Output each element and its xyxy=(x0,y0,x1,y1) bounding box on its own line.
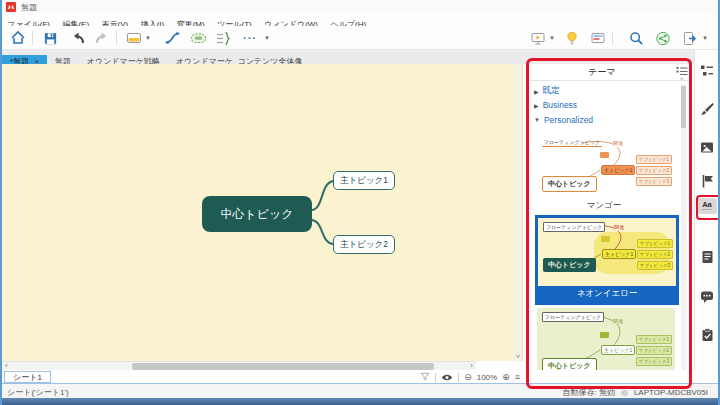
font-style-button[interactable]: Aa •••• xyxy=(697,198,717,214)
relationship-icon xyxy=(164,31,181,45)
share-icon xyxy=(655,31,671,46)
menu-bar: ファイル(F) 編集(E) 表示(V) 挿入(I) 変更(M) ツール(T) ウ… xyxy=(2,13,718,26)
summary-icon xyxy=(215,31,231,46)
flag-icon xyxy=(701,174,714,188)
focus-window-icon xyxy=(590,31,606,45)
mini-relation-label: 関連 xyxy=(614,224,624,230)
central-topic-node[interactable]: 中心トピック xyxy=(202,196,312,232)
mini-subtopic: サブトピック3 xyxy=(637,261,673,270)
toolbar-separator xyxy=(116,31,117,45)
sheet-bar: シート1 ⊖ 100% ⊕ ≡ xyxy=(2,370,718,384)
toolbar-separator xyxy=(32,31,33,45)
mindmap-canvas[interactable]: 中心トピック 主トピック1 主トピック2 ˅ xyxy=(2,64,523,361)
mini-main-topic: 主トピック1 xyxy=(602,249,636,259)
panel-scrollbar[interactable] xyxy=(681,84,686,376)
theme-panel-title: テーマ xyxy=(532,66,672,79)
panel-scroll-up-icon[interactable]: ˄ xyxy=(680,76,684,82)
search-button[interactable] xyxy=(626,28,646,48)
main-topic-2-node[interactable]: 主トピック2 xyxy=(333,235,395,254)
export-button[interactable] xyxy=(680,28,700,48)
home-button[interactable] xyxy=(8,28,28,48)
mini-tag-icon xyxy=(601,236,610,242)
eye-icon[interactable] xyxy=(441,373,453,382)
slideshow-button[interactable] xyxy=(528,28,548,48)
redo-icon xyxy=(94,31,110,45)
zoom-in-icon[interactable]: ⊕ xyxy=(502,370,510,384)
zoom-level[interactable]: 100% xyxy=(477,373,497,382)
panel-options-icon[interactable] xyxy=(676,66,688,76)
right-sidebar: Aa •••• xyxy=(694,50,718,398)
insert-image-button[interactable] xyxy=(698,138,716,156)
relationship-button[interactable] xyxy=(162,28,182,48)
section-label: 既定 xyxy=(543,85,560,97)
comment-button[interactable] xyxy=(698,288,716,306)
canvas-vertical-scrollbar[interactable]: ˅ xyxy=(514,64,522,361)
canvas-horizontal-scrollbar[interactable]: ‹ › xyxy=(2,361,476,370)
undo-button[interactable] xyxy=(68,28,88,48)
main-topic-1-node[interactable]: 主トピック1 xyxy=(333,171,395,190)
expand-arrow-icon: ▼ xyxy=(534,117,540,123)
summary-button[interactable] xyxy=(213,28,233,48)
redo-button[interactable] xyxy=(92,28,112,48)
window-title: 無題 xyxy=(21,2,37,13)
boundary-button[interactable] xyxy=(188,28,208,48)
autosave-status: 自動保存: 無効 xyxy=(562,387,614,398)
section-label: Personalized xyxy=(544,115,593,125)
application-window: 無題 ファイル(F) 編集(E) 表示(V) 挿入(I) 変更(M) ツール(T… xyxy=(0,0,720,405)
mini-subtopic: サブトピック1 xyxy=(637,239,673,248)
save-button[interactable] xyxy=(40,28,60,48)
idea-button[interactable] xyxy=(562,28,582,48)
format-painter-button[interactable] xyxy=(698,100,716,118)
theme-name-mango[interactable]: マンゴー xyxy=(529,200,679,212)
view-controls: ⊖ 100% ⊕ ≡ xyxy=(420,370,520,384)
task-button[interactable] xyxy=(698,326,716,344)
outline-structure-button[interactable] xyxy=(698,62,716,80)
scroll-left-icon[interactable]: ‹ xyxy=(5,361,8,370)
topic-style-button[interactable] xyxy=(124,28,144,48)
marker-flag-button[interactable] xyxy=(698,172,716,190)
undo-icon xyxy=(70,31,86,45)
chevron-down-icon: ▾ xyxy=(265,34,269,42)
note-icon xyxy=(701,250,714,264)
slideshow-dropdown[interactable]: ▾ xyxy=(547,28,557,48)
collapse-arrow-icon: ▶ xyxy=(534,88,539,95)
theme-card-mango[interactable]: フローティングトピック 関連 主トピック1 サブトピック1 サブトピック2 サブ… xyxy=(537,134,675,196)
toolbar-more-dropdown[interactable]: ▾ xyxy=(262,28,272,48)
scroll-right-icon[interactable]: › xyxy=(470,361,473,370)
notes-button[interactable] xyxy=(698,248,716,266)
outline-icon xyxy=(700,64,714,78)
theme-name-neon-yellow: ネオンイエロー xyxy=(538,286,676,302)
more-icon: ··· xyxy=(243,32,257,44)
mini-main-topic: 主トピック1 xyxy=(601,345,635,355)
clipboard-check-icon xyxy=(701,328,714,342)
app-logo-icon xyxy=(6,2,16,12)
filter-icon[interactable] xyxy=(420,372,430,382)
horizontal-scroll-thumb[interactable] xyxy=(132,363,434,370)
mini-subtopics: サブトピック1 サブトピック2 サブトピック3 xyxy=(637,239,673,270)
theme-section-default[interactable]: ▶ 既定 xyxy=(534,85,560,97)
theme-card-green-tea[interactable]: フローティングトピック 関連 主トピック1 サブトピック1 サブトピック2 サブ… xyxy=(537,308,675,378)
comment-icon xyxy=(700,290,714,304)
toolbar-more-button[interactable]: ··· xyxy=(239,28,261,48)
brush-icon xyxy=(700,102,714,116)
topic-style-icon xyxy=(126,31,142,45)
fit-map-icon[interactable]: ≡ xyxy=(515,370,520,384)
share-button[interactable] xyxy=(653,28,673,48)
sheet-tab-1[interactable]: シート1 xyxy=(4,371,51,383)
export-dropdown[interactable]: ▾ xyxy=(700,28,710,48)
theme-section-business[interactable]: ▶ Business xyxy=(534,100,577,110)
theme-card-neon-yellow-selected[interactable]: フローティングトピック 関連 主トピック1 サブトピック1 サブトピック2 サブ… xyxy=(535,215,679,305)
collapse-arrow-icon: ▶ xyxy=(534,102,539,109)
theme-section-personalized[interactable]: ▼ Personalized xyxy=(534,115,593,125)
mini-subtopic: サブトピック2 xyxy=(637,250,673,259)
topic-style-dropdown[interactable]: ▾ xyxy=(143,28,153,48)
search-icon xyxy=(629,31,644,46)
mini-floating-topic: フローティングトピック xyxy=(542,312,604,322)
home-icon xyxy=(10,30,26,46)
focus-mode-button[interactable] xyxy=(588,28,608,48)
panel-scroll-thumb[interactable] xyxy=(681,86,686,128)
zoom-out-icon[interactable]: ⊖ xyxy=(464,370,472,384)
mini-subtopic: サブトピック2 xyxy=(636,166,672,175)
sheet-info-label: シート('シート1') xyxy=(7,387,69,398)
scroll-down-icon[interactable]: ˅ xyxy=(514,353,522,360)
